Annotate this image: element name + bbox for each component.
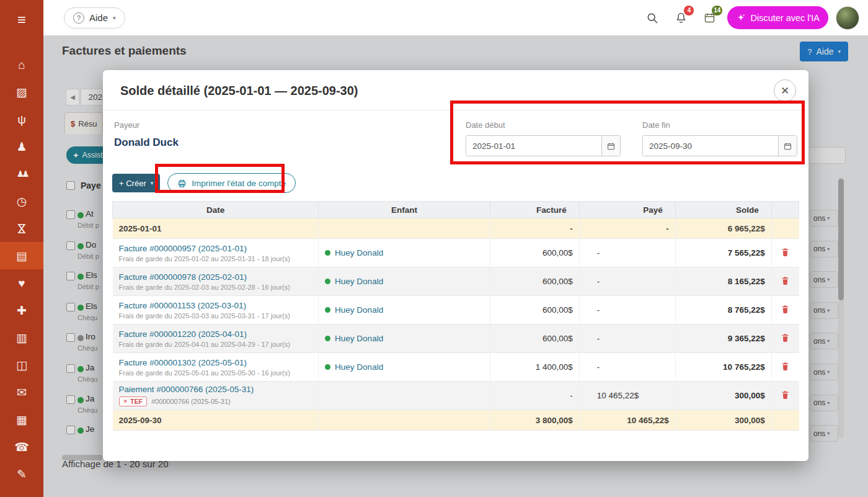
invoice-link[interactable]: Facture #000001153 (2025-03-01): [119, 301, 312, 310]
notifications-badge: 4: [684, 6, 694, 16]
invoice-link[interactable]: Facture #000000978 (2025-02-01): [119, 272, 312, 282]
group-icon: ♟♟: [16, 169, 27, 178]
sidebar-item-photos[interactable]: ▨: [0, 78, 43, 105]
col-facture: Facturé: [490, 202, 579, 218]
summary-balance: 300,00$: [675, 410, 771, 431]
date-end-calendar-button[interactable]: [778, 136, 797, 156]
avatar[interactable]: [836, 6, 859, 30]
meals-icon: ψ: [17, 114, 26, 125]
printer-icon: [177, 179, 187, 188]
billed-amount: 1 400,00$: [490, 353, 579, 382]
table-header-row: Date Enfant Facturé Payé Solde: [113, 202, 799, 218]
invoice-period: Frais de garde du 2025-04-01 au 2025-04-…: [119, 341, 312, 348]
child-status-dot: [325, 336, 330, 341]
sidebar-item-health[interactable]: ♥: [0, 269, 43, 297]
summary-row: 2025-09-30 3 800,00$ 10 465,22$ 300,00$: [113, 410, 799, 431]
billed-amount: 600,00$: [490, 325, 579, 353]
child-name-link[interactable]: Huey Donald: [335, 305, 383, 315]
chevron-down-icon: ▾: [113, 15, 116, 21]
sidebar-item-waitlist[interactable]: ⋈: [0, 215, 43, 242]
sidebar-item-documents[interactable]: ▥: [0, 324, 43, 351]
child-name-link[interactable]: Huey Donald: [335, 277, 383, 286]
date-start-calendar-button[interactable]: [601, 136, 620, 156]
menu-icon: ≡: [17, 12, 26, 27]
sidebar-item-home[interactable]: ⌂: [0, 51, 43, 78]
sidebar-item-menu[interactable]: ≡: [0, 0, 43, 40]
paid-amount: -: [579, 353, 675, 382]
topbar: ? Aide ▾ 4 14 Discuter avec l'IA: [43, 0, 868, 35]
invoice-link[interactable]: Facture #000000957 (2025-01-01): [119, 244, 312, 253]
child-icon: ♟: [16, 141, 27, 153]
date-end-input[interactable]: [643, 136, 778, 156]
delete-button[interactable]: [781, 390, 790, 400]
summary-billed: -: [490, 218, 579, 239]
summary-paid: 10 465,22$: [579, 410, 675, 431]
date-end-group: [642, 135, 797, 156]
search-button[interactable]: [642, 7, 663, 29]
billed-amount: -: [490, 382, 579, 410]
child-name-link[interactable]: Huey Donald: [335, 362, 383, 372]
billed-amount: 600,00$: [490, 296, 579, 325]
notifications-button[interactable]: 4: [670, 7, 691, 29]
modal-title: Solde détaillé (2025-01-01 — 2025-09-30): [120, 84, 358, 98]
child-cell: Huey Donald: [325, 334, 484, 343]
date-start-input[interactable]: [466, 136, 601, 156]
delete-button[interactable]: [781, 275, 790, 285]
invoice-link[interactable]: Facture #000001302 (2025-05-01): [119, 358, 312, 367]
summary-paid: -: [579, 218, 675, 239]
summary-date: 2025-01-01: [113, 218, 319, 239]
sidebar-item-billing[interactable]: ▤: [0, 242, 43, 269]
child-name-link[interactable]: Huey Donald: [335, 248, 383, 257]
modal-body: Payeur Donald Duck Date début Date fin: [103, 110, 808, 431]
sidebar-item-phone[interactable]: ☎: [0, 433, 43, 460]
sidebar-item-firstaid[interactable]: ✚: [0, 297, 43, 324]
sidebar-item-reports[interactable]: ✎: [0, 460, 43, 488]
help-menu-button[interactable]: ? Aide ▾: [64, 7, 125, 29]
x-icon: ✕: [123, 398, 128, 405]
balance-amount: 10 765,22$: [675, 353, 771, 382]
sidebar-item-video[interactable]: ◫: [0, 351, 43, 378]
child-cell: Huey Donald: [325, 362, 484, 372]
calendar-button[interactable]: 14: [699, 7, 720, 29]
sidebar-item-child[interactable]: ♟: [0, 133, 43, 160]
invoice-link[interactable]: Facture #000001220 (2025-04-01): [119, 329, 312, 339]
sidebar-item-calculator[interactable]: ▦: [0, 406, 43, 433]
schedule-icon: ◷: [17, 195, 27, 207]
child-status-dot: [325, 250, 330, 256]
delete-button[interactable]: [781, 333, 790, 343]
sidebar-item-group[interactable]: ♟♟: [0, 160, 43, 187]
create-label: + Créer: [119, 179, 146, 188]
invoice-row: Facture #000001220 (2025-04-01) Frais de…: [113, 325, 799, 353]
delete-button[interactable]: [781, 247, 790, 257]
sidebar-item-messages[interactable]: ✉: [0, 378, 43, 406]
balance-amount: 7 565,22$: [675, 239, 771, 267]
delete-button[interactable]: [781, 304, 790, 314]
balance-amount: 9 365,22$: [675, 325, 771, 353]
payer-label: Payeur: [114, 120, 466, 130]
create-button[interactable]: + Créer ▾: [112, 174, 160, 192]
paid-amount: -: [579, 325, 675, 353]
home-icon: ⌂: [18, 59, 25, 71]
sidebar: ≡⌂▨ψ♟♟♟◷⋈▤♥✚▥◫✉▦☎✎: [0, 0, 43, 497]
delete-button[interactable]: [781, 361, 790, 371]
child-name-link[interactable]: Huey Donald: [335, 334, 383, 343]
child-status-dot: [325, 364, 330, 370]
payment-link[interactable]: Paiement #000000766 (2025-05-31): [119, 385, 312, 394]
payer-block: Payeur Donald Duck: [114, 120, 466, 156]
tef-badge[interactable]: ✕TEF: [119, 396, 147, 406]
summary-row: 2025-01-01 - - 6 965,22$: [113, 218, 799, 239]
balance-amount: 8 765,22$: [675, 296, 771, 325]
close-button[interactable]: ✕: [774, 79, 796, 102]
firstaid-icon: ✚: [17, 305, 27, 316]
reports-icon: ✎: [17, 468, 27, 480]
photos-icon: ▨: [16, 86, 27, 98]
phone-icon: ☎: [14, 441, 29, 453]
search-icon: [646, 12, 658, 24]
invoice-row: Facture #000001153 (2025-03-01) Frais de…: [113, 296, 799, 325]
print-statement-button[interactable]: Imprimer l'état de compte: [167, 173, 296, 193]
sidebar-item-meals[interactable]: ψ: [0, 105, 43, 133]
sidebar-item-schedule[interactable]: ◷: [0, 187, 43, 215]
payer-value: Donald Duck: [114, 137, 466, 149]
calendar-icon: [783, 141, 792, 151]
chat-ai-button[interactable]: Discuter avec l'IA: [727, 6, 828, 29]
